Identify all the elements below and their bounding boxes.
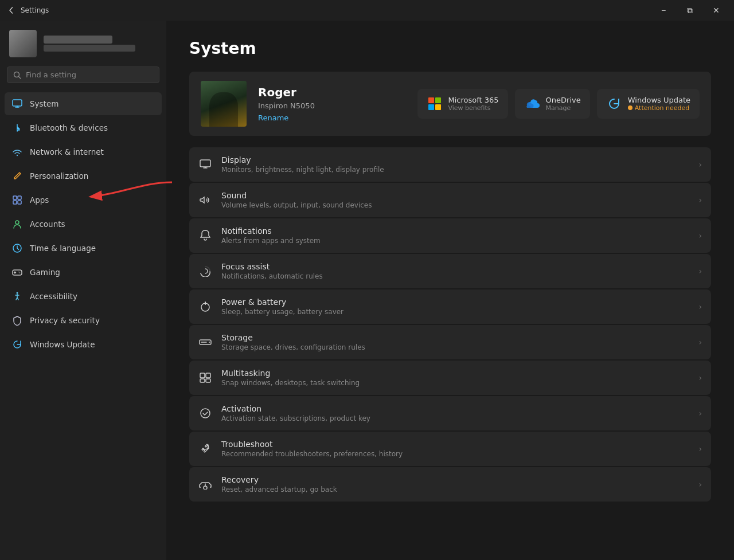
close-button[interactable]: ✕ [703, 1, 729, 19]
display-title: Display [221, 155, 689, 165]
sidebar-item-personalization[interactable]: Personalization [5, 165, 162, 187]
quick-action-ms365[interactable]: Microsoft 365 View benefits [417, 89, 508, 119]
sidebar-item-accessibility[interactable]: Accessibility [5, 285, 162, 308]
content-area: System Roger Inspiron N5050 Rename [166, 21, 734, 560]
sidebar-item-label-accessibility: Accessibility [30, 292, 155, 301]
svg-point-15 [18, 272, 19, 273]
titlebar-left: Settings [7, 6, 49, 15]
activation-title: Activation [221, 404, 689, 413]
avatar [9, 30, 37, 57]
sidebar-item-time[interactable]: Time & language [5, 237, 162, 260]
troubleshoot-chevron: › [698, 444, 702, 453]
storage-title: Storage [221, 333, 689, 342]
focus-chevron: › [698, 267, 702, 276]
sidebar-item-gaming[interactable]: Gaming [5, 261, 162, 284]
display-desc: Monitors, brightness, night light, displ… [221, 166, 689, 174]
recovery-icon [198, 477, 212, 491]
user-card: Roger Inspiron N5050 Rename [189, 72, 711, 136]
quick-actions: Microsoft 365 View benefits OneDrive [417, 89, 700, 119]
user-photo [201, 81, 247, 127]
search-icon [13, 71, 21, 79]
troubleshoot-title: Troubleshoot [221, 440, 689, 449]
power-text: Power & battery Sleep, battery usage, ba… [221, 297, 689, 316]
multitasking-chevron: › [698, 373, 702, 382]
time-icon [11, 242, 23, 254]
multitasking-text: Multitasking Snap windows, desktops, tas… [221, 369, 689, 387]
settings-item-storage[interactable]: Storage Storage space, drives, configura… [189, 325, 711, 359]
sidebar-item-label-bluetooth: Bluetooth & devices [30, 123, 155, 132]
troubleshoot-desc: Recommended troubleshooters, preferences… [221, 450, 689, 458]
activation-desc: Activation state, subscriptions, product… [221, 414, 689, 422]
focus-title: Focus assist [221, 262, 689, 271]
sidebar-item-label-gaming: Gaming [30, 268, 155, 277]
sidebar-item-label-update: Windows Update [30, 340, 155, 349]
svg-rect-7 [18, 196, 21, 199]
settings-item-multitasking[interactable]: Multitasking Snap windows, desktops, tas… [189, 361, 711, 395]
titlebar-title: Settings [21, 6, 49, 14]
sidebar-item-label-system: System [30, 99, 155, 108]
onedrive-icon [524, 96, 540, 112]
svg-rect-28 [200, 379, 205, 382]
sidebar-item-label-apps: Apps [30, 195, 155, 205]
power-chevron: › [698, 302, 702, 311]
multitasking-icon [198, 371, 212, 385]
minimize-button[interactable]: − [650, 1, 677, 19]
gaming-icon [11, 267, 23, 278]
windows-update-title: Windows Update [628, 96, 690, 104]
activation-text: Activation Activation state, subscriptio… [221, 404, 689, 422]
settings-item-recovery[interactable]: Recovery Reset, advanced startup, go bac… [189, 467, 711, 502]
multitasking-title: Multitasking [221, 369, 689, 378]
user-name: Roger [258, 85, 406, 99]
sidebar-item-update[interactable]: Windows Update [5, 333, 162, 356]
bluetooth-icon [11, 122, 23, 134]
settings-item-notifications[interactable]: Notifications Alerts from apps and syste… [189, 218, 711, 253]
sound-title: Sound [221, 191, 689, 200]
sidebar-item-accounts[interactable]: Accounts [5, 213, 162, 236]
settings-item-troubleshoot[interactable]: Troubleshoot Recommended troubleshooters… [189, 432, 711, 466]
notifications-chevron: › [698, 231, 702, 240]
settings-item-focus[interactable]: Focus assist Notifications, automatic ru… [189, 254, 711, 288]
search-box[interactable]: Find a setting [7, 66, 159, 83]
quick-action-onedrive[interactable]: OneDrive Manage [515, 89, 590, 119]
storage-icon [198, 335, 212, 349]
settings-item-power[interactable]: Power & battery Sleep, battery usage, ba… [189, 289, 711, 324]
notifications-text: Notifications Alerts from apps and syste… [221, 226, 689, 245]
notifications-desc: Alerts from apps and system [221, 237, 689, 245]
maximize-button[interactable]: ⧉ [677, 1, 703, 19]
storage-chevron: › [698, 338, 702, 347]
sidebar-item-bluetooth[interactable]: Bluetooth & devices [5, 116, 162, 139]
activation-chevron: › [698, 409, 702, 418]
storage-desc: Storage space, drives, configuration rul… [221, 343, 689, 351]
svg-line-1 [19, 76, 21, 79]
update-icon [11, 339, 23, 350]
svg-point-5 [17, 155, 18, 156]
svg-point-10 [15, 221, 19, 224]
svg-rect-29 [206, 379, 210, 382]
settings-item-sound[interactable]: Sound Volume levels, output, input, soun… [189, 183, 711, 217]
settings-item-display[interactable]: Display Monitors, brightness, night ligh… [189, 147, 711, 182]
sidebar-item-apps[interactable]: Apps [5, 189, 162, 212]
power-desc: Sleep, battery usage, battery saver [221, 308, 689, 316]
settings-item-activation[interactable]: Activation Activation state, subscriptio… [189, 396, 711, 430]
ms365-text: Microsoft 365 View benefits [448, 96, 499, 112]
notifications-title: Notifications [221, 226, 689, 236]
svg-point-17 [17, 292, 18, 294]
sidebar-item-privacy[interactable]: Privacy & security [5, 309, 162, 332]
svg-rect-27 [206, 373, 210, 378]
apps-icon [11, 194, 23, 206]
back-icon[interactable] [7, 6, 16, 15]
recovery-chevron: › [698, 480, 702, 489]
nav-list: System Bluetooth & devices [0, 90, 166, 560]
focus-icon [198, 264, 212, 278]
svg-rect-8 [13, 201, 17, 204]
sound-desc: Volume levels, output, input, sound devi… [221, 201, 689, 209]
display-icon [198, 158, 212, 171]
personalization-icon [11, 170, 23, 182]
rename-button[interactable]: Rename [258, 113, 406, 122]
svg-point-16 [19, 272, 21, 273]
quick-action-windows-update[interactable]: Windows Update Attention needed [597, 89, 700, 119]
sidebar-item-label-time: Time & language [30, 244, 155, 253]
profile-info [44, 36, 135, 52]
sidebar-item-network[interactable]: Network & internet [5, 140, 162, 163]
sidebar-item-system[interactable]: System [5, 92, 162, 115]
